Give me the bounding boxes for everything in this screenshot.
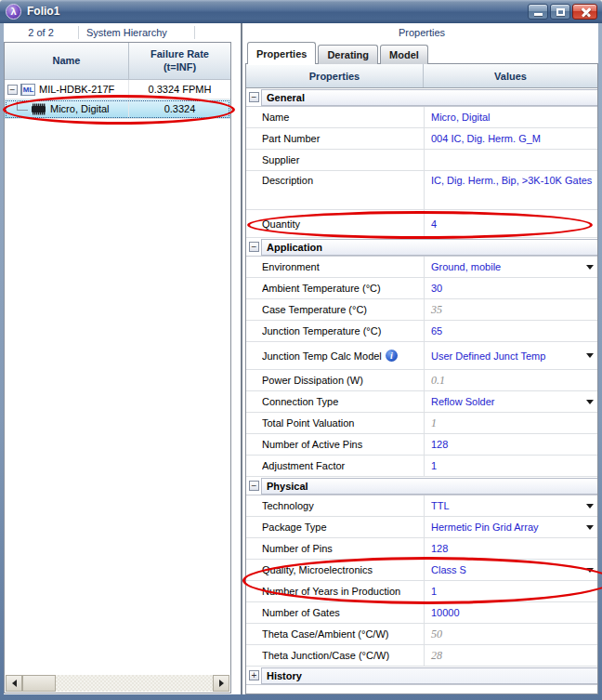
value-text: 128 [431,543,594,554]
horizontal-scrollbar[interactable] [6,675,229,692]
collapse-icon[interactable]: − [249,481,259,491]
section-header-physical[interactable]: −Physical [246,477,597,495]
collapse-icon[interactable]: − [249,92,259,102]
grid-header-values: Values [424,64,597,87]
section-header-history[interactable]: +History [246,667,597,685]
chevron-down-icon[interactable] [586,353,594,358]
property-value[interactable]: 35 [424,299,597,320]
column-header-failure-rate[interactable]: Failure Rate (t=INF) [129,43,230,79]
property-row: NameMicro, Digital [246,107,597,128]
value-text: 28 [431,649,594,663]
property-value[interactable]: IC, Dig. Herm., Bip, >3K-10K Gates [424,171,597,209]
property-value[interactable]: 128 [424,434,597,455]
column-header-name[interactable]: Name [5,43,129,79]
left-pane-header: 2 of 2 System Hierarchy [4,23,239,42]
property-value[interactable]: 1 [424,456,597,476]
tab-system-hierarchy[interactable]: System Hierarchy [79,27,194,38]
properties-tab-bar: Properties Derating Model [245,42,598,64]
property-label-cell: Ambient Temperature (°C) [262,278,424,298]
property-value[interactable]: 50 [424,624,597,644]
scroll-right-button[interactable] [213,675,229,692]
property-row: Adjustment Factor1 [246,456,597,477]
property-value[interactable] [424,150,597,170]
row-gutter [246,128,262,149]
property-label-cell: Number of Years in Production [262,581,424,601]
property-row: Total Point Valuation1 [246,413,597,434]
chevron-down-icon[interactable] [586,504,594,508]
property-value[interactable]: Hermetic Pin Grid Array [424,517,597,537]
property-label: Theta Case/Ambient (°C/W) [262,628,388,640]
property-label: Name [262,112,289,123]
property-label: Number of Gates [262,607,340,618]
property-value[interactable]: Class S [424,560,597,580]
property-value[interactable]: 1 [424,413,597,433]
chevron-down-icon[interactable] [586,525,594,530]
title-bar[interactable]: λ Folio1 [0,0,602,23]
tab-derating[interactable]: Derating [318,45,378,64]
minimize-button[interactable] [528,4,548,20]
value-text: 30 [431,283,594,294]
tab-properties[interactable]: Properties [247,42,316,64]
section-header-application[interactable]: −Application [246,238,597,257]
property-value[interactable]: Ground, mobile [424,257,597,277]
close-button[interactable] [572,4,597,20]
property-value[interactable]: 0.1 [424,370,597,390]
property-label-cell: Environment [262,257,424,277]
chevron-down-icon[interactable] [586,265,594,270]
property-row: Theta Junction/Case (°C/W)28 [246,645,597,667]
property-value[interactable]: 128 [424,538,597,559]
property-label: Ambient Temperature (°C) [262,283,381,294]
property-value[interactable]: Micro, Digital [424,107,597,127]
property-value[interactable]: 65 [424,321,597,341]
property-label: Number of Active Pins [262,439,362,450]
tree-row-mil-hdbk-217f[interactable]: − ML MIL-HDBK-217F 0.3324 FPMH [5,80,230,99]
property-value[interactable]: 004 IC, Dig. Herm. G_M [424,128,597,149]
property-label-cell: Total Point Valuation [262,413,424,433]
hierarchy-tree: Name Failure Rate (t=INF) − ML MIL-HDBK-… [4,42,231,693]
property-value[interactable]: 1 [424,581,597,601]
property-label: Junction Temperature (°C) [262,325,381,337]
chevron-down-icon[interactable] [586,400,594,404]
property-label-cell: Description [262,171,424,209]
row-gutter [246,517,262,537]
property-value[interactable]: 30 [424,278,597,298]
tree-row-micro-digital[interactable]: Micro, Digital 0.3324 [5,99,230,119]
value-text: 50 [431,627,594,641]
collapse-icon[interactable]: − [249,242,259,252]
scroll-left-button[interactable] [6,675,22,692]
property-row: Junction Temp Calc ModeliUser Defined Ju… [246,342,597,370]
value-text: 1 [431,416,594,430]
scrollbar-track[interactable] [56,675,213,692]
tab-model[interactable]: Model [380,45,428,64]
maximize-button[interactable] [550,4,570,20]
info-icon[interactable]: i [386,350,398,362]
collapse-icon[interactable]: − [7,85,18,95]
property-label: Case Temperature (°C) [262,304,367,315]
property-value[interactable]: TTL [424,495,597,516]
property-label-cell: Number of Gates [262,602,424,623]
properties-grid: Properties Values −GeneralNameMicro, Dig… [245,63,598,694]
property-row: Package TypeHermetic Pin Grid Array [246,517,597,538]
row-gutter [246,391,262,412]
property-label: Number of Pins [262,543,333,554]
scrollbar-thumb[interactable] [22,675,56,692]
chevron-down-icon[interactable] [586,568,594,573]
property-value[interactable]: 4 [424,210,597,237]
property-label-cell: Theta Case/Ambient (°C/W) [262,624,424,644]
property-row: Junction Temperature (°C)65 [246,321,597,342]
property-label-cell: Theta Junction/Case (°C/W) [262,645,424,666]
value-text: Class S [431,564,582,575]
property-row: Ambient Temperature (°C)30 [246,278,597,299]
section-header-general[interactable]: −General [246,88,597,107]
property-label: Quantity [262,218,300,230]
panel-splitter[interactable] [239,23,245,694]
property-row: Theta Case/Ambient (°C/W)50 [246,624,597,645]
property-value[interactable]: User Defined Junct Temp [424,342,597,369]
expand-icon[interactable]: + [249,670,259,680]
row-gutter [246,342,262,369]
tree-branch-line [17,100,28,111]
property-value[interactable]: Reflow Solder [424,391,597,412]
row-gutter [246,107,262,127]
property-value[interactable]: 28 [424,645,597,666]
property-value[interactable]: 10000 [424,602,597,623]
